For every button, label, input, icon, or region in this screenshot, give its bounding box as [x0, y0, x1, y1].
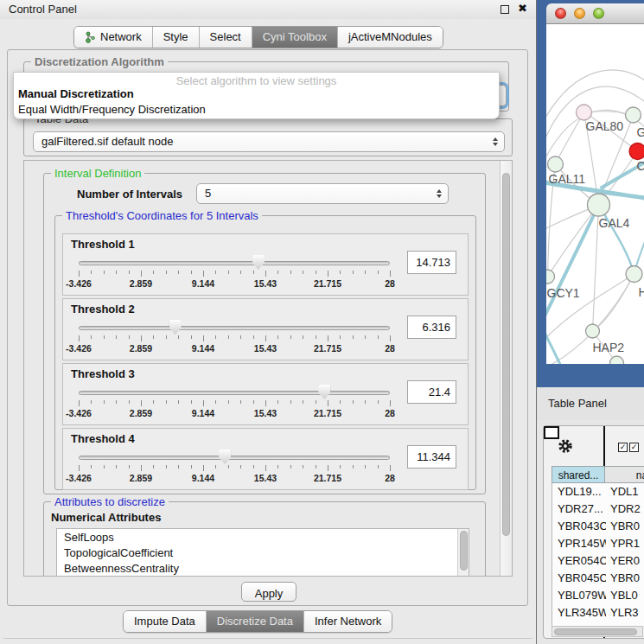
tab-select[interactable]: Select — [200, 27, 252, 48]
scrollbar-thumb[interactable] — [502, 173, 510, 536]
tab-label: Impute Data — [134, 615, 195, 628]
attribute-list-item[interactable]: SelfLoops — [64, 531, 469, 546]
tick-mark — [240, 465, 241, 469]
table-cell[interactable]: YER0 — [606, 552, 644, 570]
threshold-value-field[interactable]: 14.713 — [407, 251, 456, 274]
slider-thumb[interactable] — [252, 255, 265, 270]
table-cell[interactable]: YPR1 — [606, 535, 644, 552]
table-row[interactable]: YPR145WYPR1 — [552, 535, 644, 552]
tab-label: jActiveMNodules — [348, 30, 432, 43]
list-scrollbar[interactable] — [457, 529, 469, 577]
tick-label: 2.859 — [130, 343, 152, 354]
group-title: Threshold's Coordinates for 5 Intervals — [62, 209, 262, 222]
table-row[interactable]: YDL19...YDL1 — [552, 483, 644, 501]
table-cell[interactable]: YBR043C — [552, 518, 606, 535]
scrollbar-thumb[interactable] — [554, 628, 637, 635]
tick-mark — [166, 400, 167, 404]
table-cell[interactable]: YBR0 — [606, 570, 644, 587]
column-header-shared-name[interactable]: shared... — [552, 466, 605, 483]
slider-track[interactable] — [79, 326, 390, 330]
algorithm-option-equal-width[interactable]: Equal Width/Frequency Discretization — [14, 103, 499, 118]
tab-style[interactable]: Style — [153, 27, 200, 48]
tick-label: 21.715 — [314, 473, 341, 483]
threshold-value-field[interactable]: 21.4 — [407, 380, 456, 404]
network-window-titlebar[interactable] — [546, 3, 644, 24]
table-cell[interactable]: YLR3 — [606, 604, 644, 622]
tick-mark — [353, 335, 354, 339]
attribute-list-item[interactable]: BetweennessCentrality — [64, 562, 469, 577]
table-cell[interactable]: YDL19... — [552, 483, 606, 501]
group-title: Interval Definition — [51, 167, 144, 180]
node-attribute-table: shared... na YDL19...YDL1YDR27...YDR2YBR… — [552, 466, 644, 637]
number-of-intervals-combobox[interactable]: 5 — [196, 183, 449, 204]
horizontal-scrollbar[interactable] — [552, 626, 643, 637]
scrollbar-thumb[interactable] — [460, 531, 468, 571]
tick-mark — [166, 465, 167, 469]
tick-mark — [378, 271, 379, 274]
slider-thumb[interactable] — [318, 385, 330, 399]
column-header-name[interactable]: na — [605, 466, 644, 483]
tick-mark — [365, 271, 366, 274]
table-row[interactable]: YER054CYER0 — [552, 552, 644, 570]
numerical-attributes-label: Numerical Attributes — [51, 511, 161, 524]
tick-mark — [203, 271, 204, 277]
tab-infer-network[interactable]: Infer Network — [304, 611, 392, 632]
tick-mark — [79, 400, 80, 406]
tick-mark — [240, 400, 241, 404]
apply-button[interactable]: Apply — [241, 582, 296, 602]
tick-label: 28 — [385, 343, 395, 354]
close-icon[interactable]: ✖ — [518, 2, 527, 15]
table-row[interactable]: YBR045CYBR0 — [552, 570, 644, 587]
attribute-list-item[interactable]: TopologicalCoefficient — [64, 546, 469, 562]
table-cell[interactable]: YLR345W — [552, 604, 606, 622]
table-cell[interactable]: YBL0 — [606, 587, 644, 604]
number-of-intervals-label: Number of Intervals — [77, 188, 182, 201]
table-row[interactable]: YBR043CYBR0 — [552, 518, 644, 535]
float-window-icon[interactable] — [501, 5, 509, 14]
tick-mark — [228, 271, 229, 274]
slider-thumb[interactable] — [169, 320, 182, 335]
close-traffic-light-icon[interactable] — [555, 8, 566, 19]
table-cell[interactable]: YBR045C — [552, 570, 606, 587]
tab-cyni-toolbox[interactable]: Cyni Toolbox — [252, 27, 338, 48]
table-cell[interactable]: YBR0 — [606, 518, 644, 535]
table-cell[interactable]: YDR2 — [606, 501, 644, 518]
tab-impute-data[interactable]: Impute Data — [124, 611, 207, 632]
maximize-traffic-light-icon[interactable] — [593, 8, 604, 19]
table-cell[interactable]: YPR145W — [552, 535, 606, 552]
table-row[interactable]: YDR27...YDR2 — [552, 501, 644, 518]
algorithm-option-manual[interactable]: Manual Discretization — [14, 87, 499, 103]
tick-mark — [178, 465, 179, 469]
table-data-combobox[interactable]: galFiltered.sif default node — [33, 131, 505, 152]
table-cell[interactable]: YDR27... — [552, 501, 606, 518]
checkbox-icon[interactable]: ✓ — [618, 443, 628, 452]
slider-thumb[interactable] — [219, 450, 231, 464]
table-row[interactable]: YBL079WYBL0 — [552, 587, 644, 604]
network-node[interactable] — [546, 105, 644, 364]
slider-track[interactable] — [79, 391, 390, 395]
checkbox-icon[interactable]: ✓ — [629, 443, 639, 452]
table-cell[interactable]: YDL1 — [606, 483, 644, 501]
threshold-value-field[interactable]: 6.316 — [407, 316, 456, 339]
tab-jactivemnodules[interactable]: jActiveMNodules — [338, 27, 443, 48]
node-label: GAL80 — [586, 119, 624, 133]
threshold-value-field[interactable]: 11.344 — [407, 445, 456, 469]
gear-icon[interactable] — [558, 438, 573, 454]
threshold-1-box: Threshold 1 -3.4262.8599.14415.4321.7152… — [62, 233, 469, 296]
table-row[interactable]: YLR345WYLR3 — [552, 604, 644, 622]
application-root: Control Panel ✖ Network Style Select — [0, 0, 644, 644]
network-canvas[interactable]: GAL80 GA C GAL11 GAL4 GCY1 H HAP2 — [546, 24, 644, 364]
tick-label: 21.715 — [314, 408, 341, 418]
slider-track[interactable] — [79, 261, 390, 265]
tick-mark — [303, 271, 303, 274]
threshold-4-box: Threshold 4 -3.4262.8599.14415.4321.7152… — [62, 428, 469, 490]
minimize-traffic-light-icon[interactable] — [574, 8, 585, 19]
table-cell[interactable]: YBL079W — [552, 587, 606, 604]
split-panel-icon[interactable] — [544, 426, 559, 439]
slider-track[interactable] — [79, 456, 390, 460]
combo-stepper-icon — [493, 137, 498, 146]
tab-network[interactable]: Network — [74, 27, 153, 48]
table-cell[interactable]: YER054C — [552, 552, 606, 570]
tab-discretize-data[interactable]: Discretize Data — [207, 611, 304, 632]
settings-scrollbar[interactable] — [500, 161, 512, 576]
